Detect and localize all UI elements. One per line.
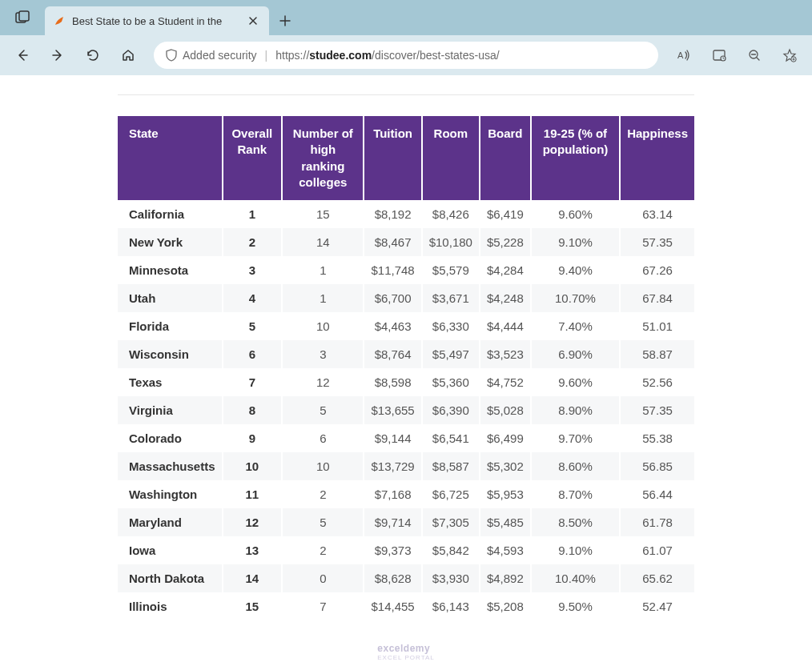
- svg-rect-1: [19, 11, 29, 21]
- home-button[interactable]: [112, 39, 144, 71]
- table-cell: 12: [282, 368, 364, 396]
- table-cell: $6,700: [364, 284, 421, 312]
- watermark: exceldemy EXCEL PORTAL: [377, 643, 434, 661]
- table-cell: $6,330: [422, 312, 480, 340]
- zoom-out-button[interactable]: [738, 39, 770, 71]
- back-button[interactable]: [6, 39, 38, 71]
- table-cell: $6,143: [422, 592, 480, 620]
- content-divider: [118, 94, 694, 95]
- table-cell: 56.85: [620, 452, 694, 480]
- table-cell: $3,930: [422, 564, 480, 592]
- table-header: StateOverall RankNumber of high ranking …: [118, 116, 694, 200]
- tab-close-button[interactable]: [245, 14, 261, 27]
- table-cell: 67.84: [620, 284, 694, 312]
- table-row: Florida510$4,463$6,330$4,4447.40%51.01: [118, 312, 694, 340]
- table-cell: $5,028: [480, 396, 531, 424]
- table-cell: $13,655: [364, 396, 421, 424]
- table-cell: 10: [282, 452, 364, 480]
- table-cell: 15: [282, 200, 364, 228]
- table-cell: 63.14: [620, 200, 694, 228]
- table-cell: 5: [223, 312, 283, 340]
- table-cell: 8.50%: [531, 508, 620, 536]
- table-cell: 10: [223, 452, 283, 480]
- table-cell: 61.78: [620, 508, 694, 536]
- table-cell: 9.10%: [531, 228, 620, 256]
- table-row: Maryland125$9,714$7,305$5,4858.50%61.78: [118, 508, 694, 536]
- new-tab-button[interactable]: [269, 6, 301, 35]
- address-divider: |: [265, 49, 268, 62]
- table-header-cell[interactable]: Happiness: [620, 116, 694, 200]
- table-header-cell[interactable]: 19-25 (% of population): [531, 116, 620, 200]
- star-add-icon: [782, 48, 797, 62]
- table-cell: 10.70%: [531, 284, 620, 312]
- table-cell: 55.38: [620, 424, 694, 452]
- table-cell: $6,499: [480, 424, 531, 452]
- table-cell: Texas: [118, 368, 223, 396]
- table-cell: 9.70%: [531, 424, 620, 452]
- table-cell: $8,426: [422, 200, 480, 228]
- table-cell: $5,228: [480, 228, 531, 256]
- table-cell: 3: [223, 256, 283, 284]
- tab-title: Best State to be a Student in the: [72, 15, 239, 27]
- table-cell: 61.07: [620, 536, 694, 564]
- read-aloud-button[interactable]: A: [668, 39, 700, 71]
- table-row: Wisconsin63$8,764$5,497$3,5236.90%58.87: [118, 340, 694, 368]
- table-cell: $4,593: [480, 536, 531, 564]
- table-cell: 6: [282, 424, 364, 452]
- table-header-cell[interactable]: Room: [422, 116, 480, 200]
- table-cell: 8.70%: [531, 480, 620, 508]
- arrow-left-icon: [14, 47, 30, 63]
- table-cell: 2: [223, 228, 283, 256]
- arrow-right-icon: [50, 47, 66, 63]
- table-header-cell[interactable]: Number of high ranking colleges: [282, 116, 364, 200]
- table-cell: $3,671: [422, 284, 480, 312]
- table-cell: 6: [223, 340, 283, 368]
- reading-list-button[interactable]: [703, 39, 735, 71]
- table-header-cell[interactable]: Tuition: [364, 116, 421, 200]
- tab-manager-button[interactable]: [0, 0, 45, 35]
- table-cell: Iowa: [118, 536, 223, 564]
- table-cell: $5,953: [480, 480, 531, 508]
- table-row: California115$8,192$8,426$6,4199.60%63.1…: [118, 200, 694, 228]
- table-cell: $6,419: [480, 200, 531, 228]
- table-cell: 9.40%: [531, 256, 620, 284]
- home-icon: [121, 48, 135, 62]
- states-table: StateOverall RankNumber of high ranking …: [118, 116, 694, 620]
- table-cell: 1: [223, 200, 283, 228]
- refresh-button[interactable]: [77, 39, 109, 71]
- table-cell: Maryland: [118, 508, 223, 536]
- table-cell: 9.60%: [531, 200, 620, 228]
- table-cell: 8.60%: [531, 452, 620, 480]
- table-cell: Massachusetts: [118, 452, 223, 480]
- plus-icon: [279, 15, 291, 26]
- table-cell: 7: [282, 592, 364, 620]
- browser-tab[interactable]: Best State to be a Student in the: [45, 6, 269, 35]
- table-cell: $7,168: [364, 480, 421, 508]
- address-bar[interactable]: Added security | https://studee.com/disc…: [154, 42, 658, 69]
- table-cell: California: [118, 200, 223, 228]
- favorites-button[interactable]: [774, 39, 806, 71]
- table-header-cell[interactable]: Overall Rank: [223, 116, 283, 200]
- page-viewport: StateOverall RankNumber of high ranking …: [0, 75, 812, 666]
- zoom-out-icon: [747, 48, 762, 62]
- table-row: Iowa132$9,373$5,842$4,5939.10%61.07: [118, 536, 694, 564]
- table-cell: 10.40%: [531, 564, 620, 592]
- security-badge[interactable]: Added security: [165, 49, 257, 62]
- table-cell: 13: [223, 536, 283, 564]
- forward-button[interactable]: [42, 39, 74, 71]
- table-cell: $8,598: [364, 368, 421, 396]
- table-row: Texas712$8,598$5,360$4,7529.60%52.56: [118, 368, 694, 396]
- shield-icon: [165, 49, 178, 62]
- page-content: StateOverall RankNumber of high ranking …: [118, 75, 694, 620]
- table-cell: Colorado: [118, 424, 223, 452]
- table-cell: Utah: [118, 284, 223, 312]
- table-cell: 8: [223, 396, 283, 424]
- table-cell: $4,248: [480, 284, 531, 312]
- table-cell: Wisconsin: [118, 340, 223, 368]
- table-row: Massachusetts1010$13,729$8,587$5,3028.60…: [118, 452, 694, 480]
- table-header-cell[interactable]: Board: [480, 116, 531, 200]
- table-cell: $6,390: [422, 396, 480, 424]
- table-cell: $11,748: [364, 256, 421, 284]
- table-header-cell[interactable]: State: [118, 116, 223, 200]
- table-cell: $4,752: [480, 368, 531, 396]
